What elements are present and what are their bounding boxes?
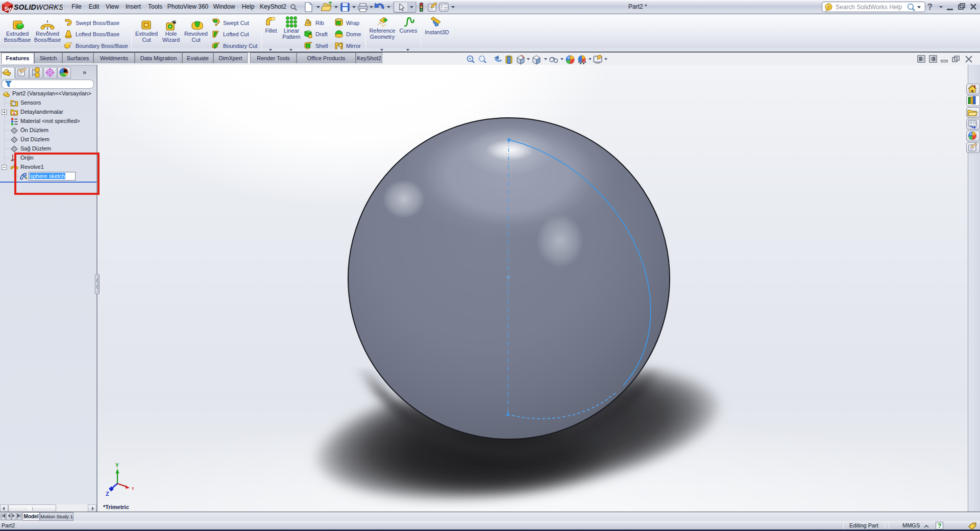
svg-text:?: ?	[927, 3, 933, 11]
svg-text:?: ?	[827, 5, 830, 10]
svg-text:Z: Z	[106, 491, 109, 497]
svg-text:Y: Y	[115, 463, 119, 468]
svg-text:W: W	[8, 7, 14, 13]
svg-text:x: x	[132, 486, 134, 491]
